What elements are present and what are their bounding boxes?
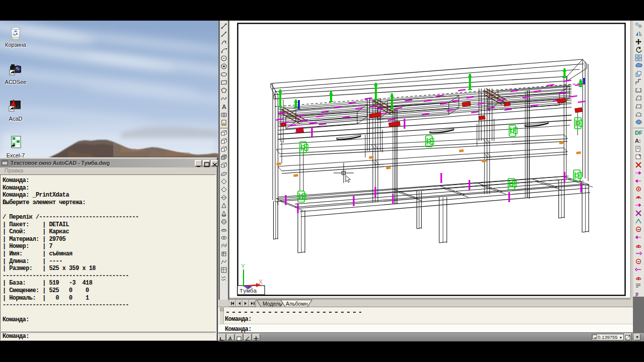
svg-text:Модель: Модель bbox=[263, 301, 282, 307]
svg-text:Альбомн: Альбомн bbox=[286, 301, 308, 307]
svg-text:p: p bbox=[635, 291, 638, 297]
svg-text:A:: A: bbox=[635, 138, 641, 144]
svg-text:DF: DF bbox=[635, 130, 642, 136]
svg-text:X: X bbox=[259, 279, 263, 286]
svg-text:Y: Y bbox=[241, 263, 245, 270]
svg-text:A: A bbox=[222, 104, 226, 111]
